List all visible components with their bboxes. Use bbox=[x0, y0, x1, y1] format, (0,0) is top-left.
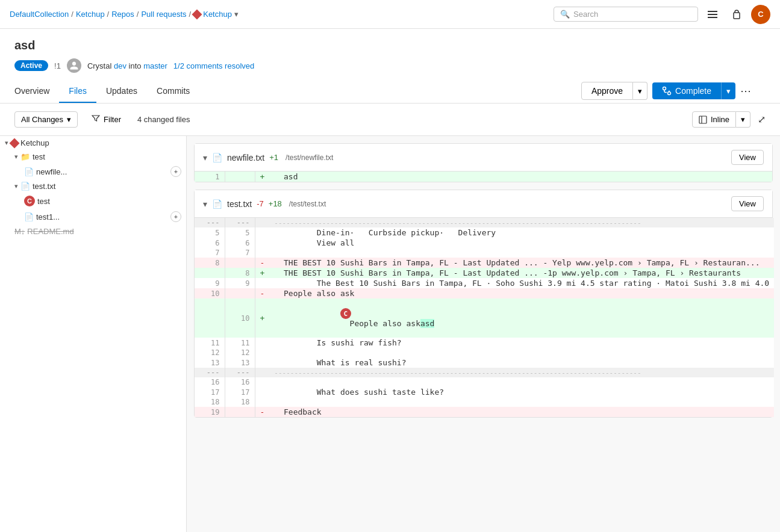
table-row: 7 7 bbox=[195, 248, 774, 258]
pr-branch: Crystal dev into master bbox=[87, 61, 167, 70]
breadcrumb-pull-requests[interactable]: Pull requests bbox=[141, 10, 186, 19]
tree-comment-crystal[interactable]: C test bbox=[0, 193, 186, 209]
table-row: 11 11 Is sushi raw fish? bbox=[195, 338, 774, 348]
diff-content: ----------------------------------------… bbox=[269, 368, 774, 377]
complete-merge-icon bbox=[662, 86, 672, 96]
complete-dropdown-button[interactable]: ▾ bbox=[721, 82, 735, 99]
diff-marker bbox=[255, 338, 269, 348]
diff-marker bbox=[255, 357, 269, 368]
chevron-down-icon: ▾ bbox=[67, 115, 71, 124]
tab-commits[interactable]: Commits bbox=[147, 80, 199, 103]
tree-file-test-txt-parent[interactable]: ▾ 📄 test.txt bbox=[0, 179, 186, 193]
line-num-right: 10 bbox=[225, 298, 255, 338]
tab-files[interactable]: Files bbox=[59, 80, 96, 103]
diff-marker bbox=[255, 387, 269, 397]
collapse-folder-icon: ▾ bbox=[14, 153, 18, 161]
breadcrumb-repos[interactable]: Repos bbox=[111, 10, 134, 19]
add-comment-test1-btn[interactable]: + bbox=[170, 211, 181, 222]
line-num-left: --- bbox=[195, 218, 225, 227]
tree-comment-label: test bbox=[37, 197, 181, 206]
inline-view-button[interactable]: Inline bbox=[692, 111, 736, 128]
file-icon-diff2: 📄 bbox=[212, 199, 222, 209]
diff-marker bbox=[255, 278, 269, 288]
line-num-right: 6 bbox=[225, 238, 255, 248]
view-button-2[interactable]: View bbox=[731, 196, 764, 211]
diff-add-count-2: +18 bbox=[269, 199, 282, 208]
line-num-left bbox=[195, 298, 225, 338]
search-placeholder: Search bbox=[573, 10, 598, 19]
svg-rect-6 bbox=[699, 116, 707, 123]
breadcrumb-default-collection[interactable]: DefaultCollection bbox=[10, 10, 69, 19]
inline-dropdown-button[interactable]: ▾ bbox=[736, 111, 750, 128]
search-box[interactable]: 🔍 Search bbox=[554, 7, 698, 22]
diff-remove-count-2: -7 bbox=[257, 199, 264, 208]
view-button-1[interactable]: View bbox=[731, 150, 764, 165]
table-row: 8 - THE BEST 10 Sushi Bars in Tampa, FL … bbox=[195, 258, 774, 268]
diff-content bbox=[269, 348, 774, 357]
tree-repo-item[interactable]: ▾ Ketchup bbox=[0, 136, 186, 150]
diff-marker: - bbox=[255, 288, 269, 298]
expand-button[interactable]: ⤢ bbox=[758, 114, 766, 125]
tree-repo-label: Ketchup bbox=[20, 138, 181, 147]
breadcrumb-ketchup[interactable]: Ketchup bbox=[76, 10, 105, 19]
svg-point-4 bbox=[663, 87, 666, 90]
breadcrumb-repo-name[interactable]: Ketchup bbox=[203, 10, 232, 19]
pr-actions: Approve ▾ Complete ▾ ⋯ bbox=[581, 82, 751, 100]
diff-marker: - bbox=[255, 407, 269, 417]
comments-link[interactable]: 1/2 comments resolved bbox=[173, 61, 254, 70]
tab-updates[interactable]: Updates bbox=[96, 80, 147, 103]
inline-view-group: Inline ▾ bbox=[692, 111, 750, 128]
svg-rect-2 bbox=[708, 17, 717, 18]
diff-filename-2: test.txt bbox=[227, 199, 252, 209]
tree-folder-test[interactable]: ▾ 📁 test bbox=[0, 150, 186, 164]
line-num-left bbox=[195, 268, 225, 278]
line-num-left: --- bbox=[195, 368, 225, 377]
tab-overview[interactable]: Overview bbox=[14, 80, 59, 103]
line-num-left: 1 bbox=[195, 172, 225, 182]
diff-marker bbox=[255, 238, 269, 248]
line-num-left: 19 bbox=[195, 407, 225, 417]
all-changes-dropdown[interactable]: All Changes ▾ bbox=[14, 111, 78, 128]
source-branch-link[interactable]: dev bbox=[114, 61, 126, 70]
diff-file-testtxt: ▾ 📄 test.txt -7 +18 /test/test.txt View … bbox=[194, 190, 773, 418]
tree-file-newfile[interactable]: 📄 newfile... + bbox=[0, 164, 186, 179]
user-avatar[interactable]: C bbox=[751, 5, 770, 24]
approve-button[interactable]: Approve bbox=[581, 82, 633, 100]
line-num-right: --- bbox=[225, 368, 255, 377]
line-num-right bbox=[225, 288, 255, 298]
diff-table-1: 1 + asd bbox=[195, 172, 772, 182]
filter-button[interactable]: Filter bbox=[85, 111, 128, 128]
pr-meta: Active !1 Crystal dev into master 1/2 co… bbox=[14, 58, 766, 73]
diff-content: THE BEST 10 Sushi Bars in Tampa, FL - La… bbox=[269, 268, 774, 278]
diff-toggle-newfile[interactable]: ▾ bbox=[203, 153, 207, 162]
table-row: 10 - People also ask bbox=[195, 288, 774, 298]
markdown-icon: M↓ bbox=[14, 227, 25, 236]
tree-file-readme[interactable]: M↓ README.md bbox=[0, 224, 186, 238]
approve-dropdown-button[interactable]: ▾ bbox=[633, 82, 647, 100]
add-comment-newfile-btn[interactable]: + bbox=[170, 166, 181, 177]
diff-content: ----------------------------------------… bbox=[269, 218, 774, 227]
tree-file-test1[interactable]: 📄 test1... + bbox=[0, 209, 186, 224]
line-num-left: 10 bbox=[195, 288, 225, 298]
line-num-left: 12 bbox=[195, 348, 225, 357]
target-branch-link[interactable]: master bbox=[143, 61, 167, 70]
more-actions-button[interactable]: ⋯ bbox=[740, 84, 751, 97]
diff-filepath-1: /test/newfile.txt bbox=[285, 153, 333, 162]
line-num-left: 9 bbox=[195, 278, 225, 288]
diff-content: asd bbox=[269, 172, 772, 182]
diff-content: What is real sushi? bbox=[269, 357, 774, 368]
svg-rect-0 bbox=[708, 11, 717, 12]
svg-rect-3 bbox=[734, 13, 740, 19]
diff-file-newfile: ▾ 📄 newfile.txt +1 /test/newfile.txt Vie… bbox=[194, 143, 773, 182]
tree-file-testtxt-label: test.txt bbox=[33, 182, 181, 191]
table-row: 1 + asd bbox=[195, 172, 772, 182]
bag-icon-btn[interactable] bbox=[727, 5, 746, 24]
file-icon-2: 📄 bbox=[20, 182, 30, 191]
diff-toggle-testtxt[interactable]: ▾ bbox=[203, 199, 207, 209]
list-icon-btn[interactable] bbox=[703, 5, 722, 24]
complete-button[interactable]: Complete bbox=[652, 82, 721, 99]
top-nav: DefaultCollection / Ketchup / Repos / Pu… bbox=[0, 0, 780, 29]
diff-marker bbox=[255, 377, 269, 387]
search-icon: 🔍 bbox=[560, 10, 570, 19]
diff-content: What does sushi taste like? bbox=[269, 387, 774, 397]
